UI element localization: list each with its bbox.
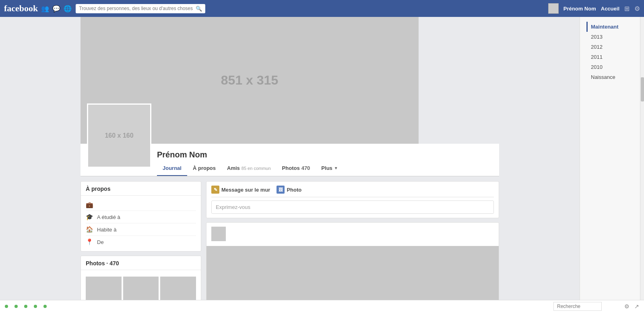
tab-amis[interactable]: Amis 85 en commun — [221, 161, 277, 176]
feed-post — [206, 222, 499, 312]
accueil-link[interactable]: Accueil — [601, 6, 619, 12]
photos-card-header: Photos · 470 — [81, 256, 201, 270]
bottom-search-input[interactable] — [553, 302, 602, 311]
scrollbar[interactable] — [640, 17, 644, 300]
people-icon[interactable]: 👥 — [41, 5, 49, 12]
about-card: À propos 💼 🎓 A étudié à 🏠 Hab — [80, 181, 201, 252]
tab-photos[interactable]: Photos 470 — [277, 161, 316, 176]
timeline-item-naissance[interactable]: Naissance — [586, 72, 638, 82]
photos-count: 470 — [109, 260, 119, 267]
facebook-logo[interactable]: facebook — [4, 3, 38, 14]
bottom-icons: ⚙ ↗ — [624, 303, 639, 310]
school-icon: 🎓 — [86, 213, 93, 221]
tab-journal[interactable]: Journal — [157, 161, 187, 176]
timeline-item-maintenant[interactable]: Maintenant — [586, 22, 638, 32]
post-box-tabs: ✎ Message sur le mur 🖼 Photo — [211, 186, 494, 197]
profile-section: 851 x 315 160 x 160 Prénom Nom Journal À… — [80, 17, 499, 312]
post-tab-photo[interactable]: 🖼 Photo — [277, 186, 301, 194]
post-input[interactable]: Exprimez-vous — [211, 200, 494, 214]
right-timeline: Maintenant 2013 2012 2011 2010 Naissance — [580, 17, 644, 312]
online-dot-4 — [34, 305, 37, 308]
pin-icon: 📍 — [86, 238, 93, 246]
bottom-online-1 — [5, 305, 8, 308]
about-education-text: A étudié à — [97, 214, 120, 220]
timeline-item-2011[interactable]: 2011 — [586, 52, 638, 62]
cover-photo: 851 x 315 160 x 160 — [80, 17, 419, 144]
right-nav: Prénom Nom Accueil ⊞ ⚙ — [548, 3, 640, 14]
main-content: 851 x 315 160 x 160 Prénom Nom Journal À… — [80, 17, 499, 312]
post-tab-message-label: Message sur le mur — [221, 187, 270, 193]
search-button[interactable]: 🔍 — [196, 6, 202, 12]
about-from-text: De — [97, 239, 104, 245]
friends-settings-icon[interactable]: ⊞ — [624, 5, 630, 12]
online-dot-1 — [5, 305, 8, 308]
profile-pic[interactable]: 160 x 160 — [87, 103, 151, 168]
timeline-item-2013[interactable]: 2013 — [586, 32, 638, 42]
online-dot-3 — [24, 305, 27, 308]
about-item-home[interactable]: 🏠 Habite à — [86, 223, 196, 236]
cover-label: 851 x 315 — [221, 73, 278, 88]
post-tab-message[interactable]: ✎ Message sur le mur — [211, 186, 270, 194]
online-dot-5 — [43, 305, 47, 308]
timeline-item-2010[interactable]: 2010 — [586, 62, 638, 72]
two-col: À propos 💼 🎓 A étudié à 🏠 Hab — [80, 176, 499, 312]
about-home-text: Habite à — [97, 227, 116, 233]
tab-amis-count: 85 en commun — [242, 166, 271, 171]
home-icon: 🏠 — [86, 226, 93, 233]
search-bar: 🔍 — [76, 4, 205, 13]
message-icon: ✎ — [211, 186, 219, 194]
bottom-online-3 — [24, 305, 27, 308]
main-wrapper: 851 x 315 160 x 160 Prénom Nom Journal À… — [0, 17, 644, 312]
globe-icon[interactable]: 🌐 — [64, 5, 72, 12]
about-card-header: À propos — [81, 182, 201, 196]
bottom-online-2 — [14, 305, 18, 308]
bottom-online-4 — [34, 305, 37, 308]
user-name[interactable]: Prénom Nom — [564, 6, 596, 12]
bottom-online-5 — [43, 305, 47, 308]
about-item-work: 💼 — [86, 199, 196, 211]
gear-bottom-icon[interactable]: ⚙ — [624, 303, 630, 310]
feed-avatar[interactable] — [211, 227, 226, 241]
profile-pic-label: 160 x 160 — [105, 132, 133, 139]
tab-apropos[interactable]: À propos — [187, 161, 221, 176]
chevron-down-icon: ▼ — [334, 166, 338, 170]
chat-icon[interactable]: 💬 — [52, 5, 60, 12]
tab-plus[interactable]: Plus ▼ — [316, 161, 343, 176]
online-dot-2 — [14, 305, 18, 308]
bottom-bar: ⚙ ↗ — [0, 300, 644, 312]
about-item-from[interactable]: 📍 De — [86, 236, 196, 248]
scrollbar-thumb[interactable] — [641, 77, 644, 101]
nav-icons: 👥 💬 🌐 — [41, 5, 72, 12]
timeline-item-2012[interactable]: 2012 — [586, 42, 638, 52]
login-icon[interactable]: ↗ — [634, 303, 639, 310]
bottom-search — [553, 302, 602, 311]
post-tab-photo-label: Photo — [287, 187, 301, 193]
feed-post-header — [206, 223, 499, 244]
about-items: 💼 🎓 A étudié à 🏠 Habite à � — [81, 196, 201, 251]
briefcase-icon: 💼 — [86, 201, 93, 209]
topnav: facebook 👥 💬 🌐 🔍 Prénom Nom Accueil ⊞ ⚙ — [0, 0, 644, 17]
gear-icon[interactable]: ⚙ — [634, 5, 640, 12]
right-col: ✎ Message sur le mur 🖼 Photo Exprimez-vo… — [206, 181, 499, 312]
user-avatar — [548, 3, 559, 14]
tab-photos-count: 470 — [301, 165, 310, 171]
about-item-education[interactable]: 🎓 A étudié à — [86, 211, 196, 223]
search-input[interactable] — [79, 6, 196, 11]
post-box: ✎ Message sur le mur 🖼 Photo Exprimez-vo… — [206, 181, 499, 218]
photo-icon: 🖼 — [277, 186, 285, 194]
left-col: À propos 💼 🎓 A étudié à 🏠 Hab — [80, 181, 201, 312]
profile-name: Prénom Nom — [157, 150, 207, 159]
